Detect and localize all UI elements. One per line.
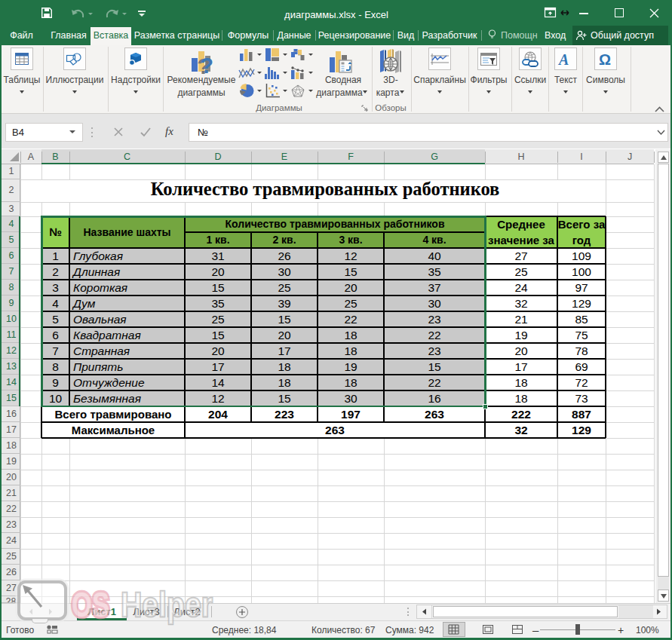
svg-text:OS: OS [72,584,109,624]
svg-text:Helper: Helper [121,585,213,624]
